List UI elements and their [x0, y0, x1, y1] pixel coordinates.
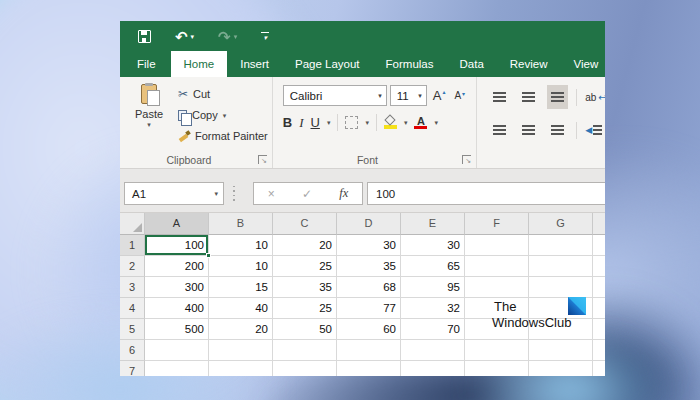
undo-dropdown-caret-icon[interactable]: ▾ — [191, 33, 195, 40]
copy-button[interactable]: Copy ▾ — [178, 106, 268, 124]
cell-d5[interactable]: 60 — [337, 319, 401, 340]
row-header-1[interactable]: 1 — [120, 235, 145, 256]
tab-data[interactable]: Data — [447, 51, 497, 77]
cell-a3[interactable]: 300 — [145, 277, 209, 298]
tab-home[interactable]: Home — [171, 51, 228, 77]
cell-c7[interactable] — [273, 361, 337, 376]
clipboard-dialog-launcher-icon[interactable]: ↘ — [258, 155, 267, 164]
underline-caret-icon[interactable]: ▾ — [327, 119, 331, 126]
format-painter-button[interactable]: Format Painter — [178, 127, 268, 145]
cell-e4[interactable]: 32 — [401, 298, 465, 319]
cell-f6[interactable] — [465, 340, 529, 361]
column-header-d[interactable]: D — [337, 213, 401, 235]
cell-e1[interactable]: 30 — [401, 235, 465, 256]
cell-f1[interactable] — [465, 235, 529, 256]
cell-b6[interactable] — [209, 340, 273, 361]
formula-bar-drag-handle[interactable] — [233, 186, 235, 201]
cell-e2[interactable]: 65 — [401, 256, 465, 277]
column-header-a[interactable]: A — [145, 213, 209, 235]
cell-d3[interactable]: 68 — [337, 277, 401, 298]
increase-font-size-button[interactable]: A▴ — [430, 88, 449, 103]
fill-color-button[interactable] — [384, 116, 397, 129]
cell-f5[interactable] — [465, 319, 529, 340]
align-left-button[interactable] — [489, 118, 510, 142]
column-header-partial[interactable] — [593, 213, 605, 235]
name-box[interactable]: A1 ▾ — [124, 182, 224, 205]
row-header-6[interactable]: 6 — [120, 340, 145, 361]
cell-partial[interactable] — [593, 277, 605, 298]
borders-caret-icon[interactable]: ▾ — [365, 119, 369, 126]
cell-d1[interactable]: 30 — [337, 235, 401, 256]
cell-e7[interactable] — [401, 361, 465, 376]
paste-dropdown-caret-icon[interactable]: ▾ — [147, 121, 151, 128]
cell-c3[interactable]: 35 — [273, 277, 337, 298]
cell-f4[interactable] — [465, 298, 529, 319]
middle-align-button[interactable] — [518, 85, 539, 109]
cell-c1[interactable]: 20 — [273, 235, 337, 256]
cell-a5[interactable]: 500 — [145, 319, 209, 340]
cell-d4[interactable]: 77 — [337, 298, 401, 319]
cell-partial[interactable] — [593, 361, 605, 376]
font-color-caret-icon[interactable]: ▾ — [434, 119, 438, 126]
cell-f2[interactable] — [465, 256, 529, 277]
cell-d6[interactable] — [337, 340, 401, 361]
cell-partial[interactable] — [593, 319, 605, 340]
undo-button[interactable]: ↶ ▾ — [175, 29, 194, 44]
bold-button[interactable]: B — [283, 115, 292, 130]
cell-c2[interactable]: 25 — [273, 256, 337, 277]
cell-b5[interactable]: 20 — [209, 319, 273, 340]
paste-button[interactable]: Paste ▾ — [129, 84, 169, 145]
cell-g1[interactable] — [529, 235, 593, 256]
cell-g7[interactable] — [529, 361, 593, 376]
column-header-e[interactable]: E — [401, 213, 465, 235]
fill-color-caret-icon[interactable]: ▾ — [404, 119, 408, 126]
cell-e3[interactable]: 95 — [401, 277, 465, 298]
formula-input[interactable]: 100 — [367, 182, 605, 205]
cell-g2[interactable] — [529, 256, 593, 277]
cell-partial[interactable] — [593, 235, 605, 256]
cancel-entry-icon[interactable]: × — [268, 187, 275, 201]
font-dialog-launcher-icon[interactable]: ↘ — [462, 155, 471, 164]
cell-b1[interactable]: 10 — [209, 235, 273, 256]
borders-button[interactable] — [345, 116, 358, 129]
wrap-text-button[interactable]: ab ↩ ▾ — [585, 92, 605, 103]
insert-function-icon[interactable]: fx — [339, 186, 348, 201]
decrease-font-size-button[interactable]: A▾ — [451, 90, 468, 101]
cell-g3[interactable] — [529, 277, 593, 298]
tab-insert[interactable]: Insert — [227, 51, 282, 77]
cell-a6[interactable] — [145, 340, 209, 361]
top-align-button[interactable] — [489, 85, 510, 109]
column-header-g[interactable]: G — [529, 213, 593, 235]
cell-f3[interactable] — [465, 277, 529, 298]
redo-button[interactable]: ↷ ▾ — [218, 29, 237, 44]
cell-c6[interactable] — [273, 340, 337, 361]
cut-button[interactable]: ✂ Cut — [178, 85, 268, 103]
tab-file[interactable]: File — [122, 51, 171, 77]
row-header-5[interactable]: 5 — [120, 319, 145, 340]
fill-handle[interactable] — [206, 253, 211, 258]
align-right-button[interactable] — [547, 118, 568, 142]
cell-a1[interactable]: 100 — [145, 235, 209, 256]
row-header-3[interactable]: 3 — [120, 277, 145, 298]
cell-g5[interactable] — [529, 319, 593, 340]
cell-partial[interactable] — [593, 298, 605, 319]
underline-button[interactable]: U — [310, 115, 319, 130]
select-all-corner[interactable] — [120, 213, 145, 235]
cell-a4[interactable]: 400 — [145, 298, 209, 319]
tab-view[interactable]: View — [561, 51, 605, 77]
tab-formulas[interactable]: Formulas — [373, 51, 447, 77]
cell-partial[interactable] — [593, 256, 605, 277]
cell-e5[interactable]: 70 — [401, 319, 465, 340]
cell-d7[interactable] — [337, 361, 401, 376]
cell-e6[interactable] — [401, 340, 465, 361]
cell-a7[interactable] — [145, 361, 209, 376]
customize-quick-access-toolbar-button[interactable]: ▾ — [261, 32, 269, 41]
enter-entry-icon[interactable]: ✓ — [302, 187, 312, 201]
row-header-7[interactable]: 7 — [120, 361, 145, 376]
cell-g4[interactable] — [529, 298, 593, 319]
cell-g6[interactable] — [529, 340, 593, 361]
font-color-button[interactable]: A — [414, 116, 427, 130]
save-button[interactable] — [138, 30, 151, 43]
cell-a2[interactable]: 200 — [145, 256, 209, 277]
tab-page-layout[interactable]: Page Layout — [282, 51, 373, 77]
